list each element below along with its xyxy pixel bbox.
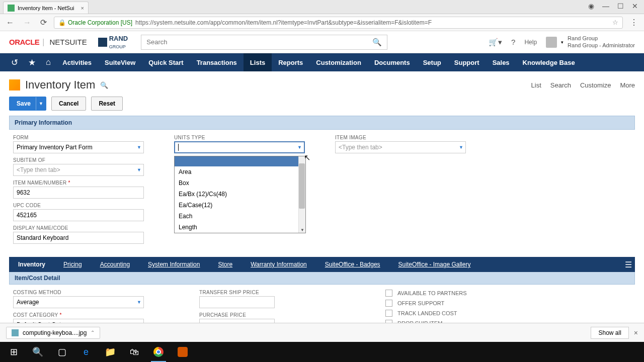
checkbox[interactable]	[385, 310, 392, 317]
checkbox-label: TRACK LANDED COST	[397, 310, 457, 316]
back-icon[interactable]: ←	[4, 18, 16, 27]
show-all-button[interactable]: Show all	[591, 327, 628, 339]
checkbox[interactable]	[385, 290, 392, 297]
tab-inventory[interactable]: Inventory	[9, 257, 54, 272]
chrome-icon[interactable]	[147, 342, 170, 362]
close-icon[interactable]: ×	[81, 5, 84, 11]
nav-knowledge-base[interactable]: Knowledge Base	[516, 53, 582, 71]
inline-search-icon[interactable]: 🔍	[100, 81, 108, 89]
checkbox-label: AVAILABLE TO PARTNERS	[397, 290, 467, 296]
costing-label: COSTING METHOD	[13, 290, 144, 295]
display-input[interactable]	[13, 232, 144, 244]
tab-menu-icon[interactable]: ☰	[625, 260, 632, 269]
home-icon[interactable]: ⌂	[41, 57, 56, 67]
maximize-icon[interactable]: ☐	[617, 2, 624, 10]
tab-pricing[interactable]: Pricing	[54, 257, 91, 272]
favorites-icon[interactable]: ★	[23, 57, 41, 68]
forward-icon[interactable]: →	[21, 18, 33, 27]
reload-icon[interactable]: ⟳	[38, 18, 49, 27]
upc-input[interactable]	[13, 209, 144, 221]
nav-transactions[interactable]: Transactions	[190, 53, 244, 71]
global-search[interactable]: 🔍	[141, 35, 387, 50]
page-action-more[interactable]: More	[620, 81, 635, 89]
page-action-list[interactable]: List	[531, 81, 541, 89]
nav-sales[interactable]: Sales	[486, 53, 516, 71]
reset-button[interactable]: Reset	[91, 97, 123, 111]
itemname-input[interactable]	[13, 187, 144, 199]
help-label[interactable]: Help	[524, 39, 537, 46]
url-input[interactable]: 🔒 Oracle Corporation [US] https://system…	[54, 17, 623, 29]
nav-quick-start[interactable]: Quick Start	[142, 53, 190, 71]
dropdown-item[interactable]: Each	[175, 211, 305, 222]
subitem-label: SUBITEM OF	[13, 157, 144, 163]
dropdown-item-blank[interactable]	[175, 156, 305, 166]
form-label: FORM	[13, 135, 144, 140]
inventory-icon	[9, 79, 20, 90]
transfer-label: TRANSFER SHIP PRICE	[199, 290, 330, 295]
checkbox[interactable]	[385, 300, 392, 307]
task-view-icon[interactable]: ▢	[50, 342, 73, 362]
browser-tab[interactable]: Inventory Item - NetSui ×	[3, 2, 89, 14]
cancel-button[interactable]: Cancel	[51, 97, 86, 111]
minimize-icon[interactable]: —	[602, 2, 609, 10]
close-icon[interactable]: ×	[634, 329, 638, 337]
tab-accounting[interactable]: Accounting	[91, 257, 139, 272]
nav-support[interactable]: Support	[448, 53, 486, 71]
history-icon[interactable]: ↺	[6, 57, 23, 68]
units-dropdown[interactable]: AreaBoxEa/Bx (12)/Cs(48)Ea/Case(12)EachL…	[174, 156, 306, 233]
checkbox-row: TRACK LANDED COST	[385, 310, 516, 317]
nav-reports[interactable]: Reports	[272, 53, 309, 71]
itemname-label: ITEM NAME/NUMBER *	[13, 180, 144, 186]
chevron-down-icon: ▼	[297, 145, 302, 150]
dropdown-item[interactable]: Area	[175, 166, 305, 177]
search-icon[interactable]: 🔍	[372, 38, 382, 47]
chevron-up-icon[interactable]: ⌃	[91, 330, 95, 335]
transfer-input[interactable]	[199, 296, 275, 308]
edge-icon[interactable]: e	[74, 342, 98, 362]
units-select[interactable]: ▼	[174, 141, 305, 153]
main-nav: ↺ ★ ⌂ ActivitiesSuiteViewQuick StartTran…	[0, 53, 644, 71]
nav-activities[interactable]: Activities	[56, 53, 98, 71]
file-explorer-icon[interactable]: 📁	[99, 342, 122, 362]
tab-suiteoffice-image-gallery[interactable]: SuiteOffice - Image Gallery	[389, 257, 480, 272]
dropdown-item[interactable]: Ea/Case(12)	[175, 200, 305, 211]
record-tabs: InventoryPricingAccountingSystem Informa…	[9, 257, 635, 272]
account-icon[interactable]: ◉	[588, 2, 594, 10]
nav-setup[interactable]: Setup	[417, 53, 448, 71]
tab-warranty-information[interactable]: Warranty Information	[242, 257, 316, 272]
search-input[interactable]	[146, 38, 372, 46]
camtasia-icon[interactable]	[171, 342, 194, 362]
start-button[interactable]: ⊞	[2, 342, 25, 362]
form-select[interactable]: Primary Inventory Part Form▼	[13, 141, 144, 153]
store-icon[interactable]: 🛍	[123, 342, 146, 362]
user-menu[interactable]: ▾ Rand Group Rand Group - Administrator	[546, 35, 635, 48]
nav-suiteview[interactable]: SuiteView	[98, 53, 142, 71]
page-action-search[interactable]: Search	[550, 81, 571, 89]
search-taskbar-icon[interactable]: 🔍	[26, 342, 49, 362]
image-label: ITEM IMAGE	[335, 135, 466, 140]
scrollbar-thumb[interactable]	[299, 163, 305, 209]
dropdown-item[interactable]: Length	[175, 222, 305, 233]
tab-store[interactable]: Store	[209, 257, 242, 272]
help-icon[interactable]: ?	[511, 38, 515, 46]
save-dropdown-icon[interactable]: ▼	[36, 97, 46, 110]
page-action-customize[interactable]: Customize	[580, 81, 611, 89]
image-input[interactable]: <Type then tab>▼	[335, 141, 466, 153]
scroll-down-icon[interactable]: ▼	[300, 228, 304, 232]
save-button[interactable]: Save▼	[9, 97, 46, 111]
window-close-icon[interactable]: ✕	[632, 2, 638, 10]
download-chip[interactable]: computing-keyboa....jpg ⌃	[6, 327, 100, 339]
nav-lists[interactable]: Lists	[244, 53, 272, 71]
scrollbar[interactable]: ▼	[298, 156, 305, 233]
bookmark-icon[interactable]: ☆	[612, 19, 618, 26]
nav-documents[interactable]: Documents	[368, 53, 417, 71]
subitem-input[interactable]: <Type then tab>▼	[13, 164, 144, 176]
dropdown-item[interactable]: Box	[175, 177, 305, 189]
tab-system-information[interactable]: System Information	[139, 257, 209, 272]
menu-icon[interactable]: ⋮	[628, 18, 640, 27]
costing-select[interactable]: Average▼	[13, 296, 144, 308]
cart-icon[interactable]: 🛒▾	[489, 38, 502, 47]
nav-customization[interactable]: Customization	[309, 53, 368, 71]
dropdown-item[interactable]: Ea/Bx (12)/Cs(48)	[175, 189, 305, 200]
tab-suiteoffice-badges[interactable]: SuiteOffice - Badges	[316, 257, 389, 272]
